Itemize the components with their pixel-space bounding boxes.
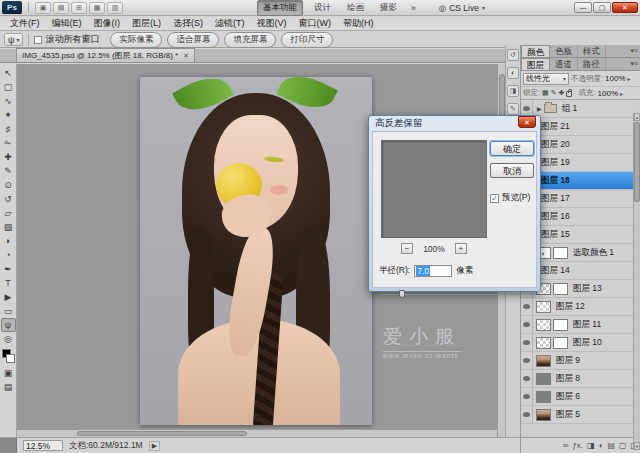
scroll-all-windows-checkbox[interactable]: 滚动所有窗口 <box>34 33 99 46</box>
type-tool-icon[interactable]: T <box>1 276 16 290</box>
lock-all-icon[interactable] <box>566 91 572 97</box>
clone-stamp-tool-icon[interactable]: ⊙ <box>1 178 16 192</box>
preview-checkbox[interactable]: ✓ 预览(P) <box>490 192 530 204</box>
workspace-button-1[interactable]: 设计 <box>309 1 336 15</box>
options-button-0[interactable]: 实际像素 <box>110 32 162 48</box>
mask-thumbnail[interactable] <box>553 337 568 349</box>
options-button-1[interactable]: 适合屏幕 <box>167 32 219 48</box>
blend-mode-select[interactable]: 线性光 ▾ <box>523 73 569 85</box>
arrange-documents-icon[interactable]: ▦ <box>89 2 105 14</box>
scrollbar-thumb[interactable] <box>634 122 640 202</box>
panel-menu-icon[interactable]: ▾≡ <box>630 60 638 68</box>
lasso-tool-icon[interactable]: ∿ <box>1 94 16 108</box>
tab-2[interactable]: 路径 <box>578 58 606 70</box>
shape-tool-icon[interactable]: ▭ <box>1 304 16 318</box>
tab-0[interactable]: 颜色 <box>521 45 550 57</box>
healing-brush-tool-icon[interactable]: ✚ <box>1 150 16 164</box>
horizontal-scrollbar[interactable] <box>17 429 497 437</box>
history-panel-icon[interactable]: ↺ <box>507 49 519 61</box>
background-color-swatch[interactable] <box>6 354 15 363</box>
document-tab[interactable]: IMG_4535.psd @ 12.5% (图层 18, RGB/8) * ✕ <box>16 48 195 62</box>
slider-thumb[interactable] <box>399 290 405 298</box>
lock-icon-2[interactable]: ✚ <box>559 89 565 97</box>
zoom-in-button[interactable]: + <box>455 243 467 254</box>
move-tool-icon[interactable]: ↖ <box>1 66 16 80</box>
opacity-value[interactable]: 100% <box>605 74 625 83</box>
brush-panel-icon[interactable]: ✎ <box>507 103 519 115</box>
crop-tool-icon[interactable]: ♯ <box>1 122 16 136</box>
eye-toggle[interactable] <box>521 316 533 334</box>
launch-bridge-icon[interactable]: ▣ <box>35 2 51 14</box>
eye-toggle[interactable] <box>521 406 533 424</box>
options-button-2[interactable]: 填充屏幕 <box>224 32 276 48</box>
scrollbar-thumb[interactable] <box>77 431 247 436</box>
layer-row-14[interactable]: 图层 9 <box>521 352 633 370</box>
menu-item-2[interactable]: 图像(I) <box>88 17 127 30</box>
color-swatches[interactable] <box>1 348 16 364</box>
cancel-button[interactable]: 取消 <box>490 163 534 178</box>
menu-item-1[interactable]: 编辑(E) <box>46 17 88 30</box>
layer-row-16[interactable]: 图层 6 <box>521 388 633 406</box>
new-group-icon[interactable]: ▤ <box>607 441 615 450</box>
quick-mask-icon[interactable]: ▣ <box>1 366 16 380</box>
maximize-button[interactable]: ▢ <box>593 2 611 13</box>
layer-thumbnail[interactable] <box>536 337 551 349</box>
menu-item-3[interactable]: 图层(L) <box>126 17 167 30</box>
eyedropper-tool-icon[interactable]: ✁ <box>1 136 16 150</box>
gradient-tool-icon[interactable]: ▨ <box>1 220 16 234</box>
close-button[interactable]: ✕ <box>612 2 638 13</box>
menu-item-6[interactable]: 视图(V) <box>251 17 293 30</box>
view-extras-icon[interactable]: ▤ <box>53 2 69 14</box>
mask-thumbnail[interactable] <box>553 319 568 331</box>
adjustments-panel-icon[interactable]: ◐ <box>507 67 519 79</box>
link-layers-icon[interactable]: ∞ <box>563 441 569 450</box>
mask-thumbnail[interactable] <box>553 247 568 259</box>
workspace-button-2[interactable]: 绘画 <box>342 1 369 15</box>
zoom-out-button[interactable]: − <box>401 243 413 254</box>
menu-item-8[interactable]: 帮助(H) <box>337 17 380 30</box>
layer-thumbnail[interactable] <box>536 355 551 367</box>
tab-1[interactable]: 通道 <box>550 58 578 70</box>
hand-tool-icon[interactable]: ψ <box>1 318 16 332</box>
screen-mode-icon[interactable]: ▤ <box>1 380 16 394</box>
lock-icon-1[interactable]: ✎ <box>551 89 557 97</box>
status-options-icon[interactable]: ▶ <box>149 441 160 451</box>
workspace-button-0[interactable]: 基本功能 <box>257 0 303 16</box>
workspace-button-3[interactable]: 摄影 <box>375 1 402 15</box>
dodge-tool-icon[interactable]: ◔ <box>1 248 16 262</box>
mask-thumbnail[interactable] <box>553 283 568 295</box>
layer-thumbnail[interactable] <box>536 301 551 313</box>
quick-selection-tool-icon[interactable]: ✦ <box>1 108 16 122</box>
zoom-level-icon[interactable]: ⊞ <box>71 2 87 14</box>
tab-2[interactable]: 样式 <box>578 45 606 57</box>
screen-mode-icon[interactable]: ▥ <box>107 2 123 14</box>
eye-toggle[interactable] <box>521 298 533 316</box>
eraser-tool-icon[interactable]: ▱ <box>1 206 16 220</box>
path-selection-tool-icon[interactable]: ▶ <box>1 290 16 304</box>
eye-toggle[interactable] <box>521 352 533 370</box>
menu-item-5[interactable]: 滤镜(T) <box>209 17 251 30</box>
zoom-level-input[interactable]: 12.5% <box>23 440 63 451</box>
cs-live-button[interactable]: ◎ CS Live ▾ <box>439 3 485 13</box>
eye-toggle[interactable] <box>521 334 533 352</box>
dialog-close-button[interactable]: ✕ <box>518 116 536 128</box>
layer-row-15[interactable]: 图层 8 <box>521 370 633 388</box>
eye-toggle[interactable] <box>521 370 533 388</box>
spinner-icon[interactable]: ▸ <box>620 90 623 97</box>
options-button-3[interactable]: 打印尺寸 <box>281 32 333 48</box>
layer-row-12[interactable]: 图层 11 <box>521 316 633 334</box>
layer-row-17[interactable]: 图层 5 <box>521 406 633 424</box>
menu-item-4[interactable]: 选择(S) <box>167 17 209 30</box>
radius-slider[interactable] <box>381 290 536 300</box>
lock-icon-0[interactable]: ▦ <box>542 89 549 97</box>
new-layer-icon[interactable]: ▢ <box>619 441 627 450</box>
marquee-tool-icon[interactable]: ▢ <box>1 80 16 94</box>
filter-preview[interactable] <box>381 140 487 238</box>
radius-input[interactable]: 7.0 <box>414 265 452 277</box>
layers-scrollbar[interactable]: ▲ ▼ <box>633 113 640 450</box>
layer-effects-icon[interactable]: ƒx. <box>572 441 583 450</box>
fill-value[interactable]: 100% <box>598 89 618 98</box>
panel-menu-icon[interactable]: ▾≡ <box>630 47 638 55</box>
pen-tool-icon[interactable]: ✒ <box>1 262 16 276</box>
layer-thumbnail[interactable] <box>536 409 551 421</box>
